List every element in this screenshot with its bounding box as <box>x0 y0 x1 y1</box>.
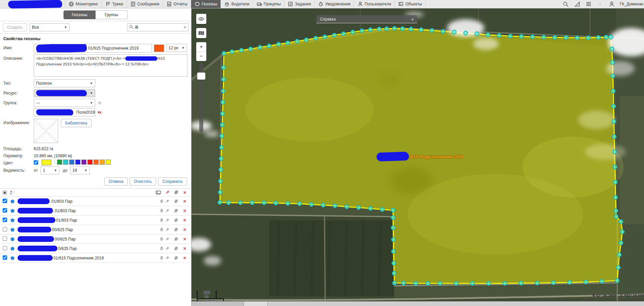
zoom-slider[interactable] <box>199 63 203 132</box>
geofence-row[interactable]: .01/603 Пар0✕ <box>0 197 191 206</box>
palette-color-5[interactable] <box>87 160 93 165</box>
geofence-row[interactable]: 00/625 Пар0✕ <box>0 234 191 244</box>
ruler-icon[interactable] <box>574 1 581 7</box>
library-button[interactable]: Библиотека <box>61 119 92 127</box>
nav-item-units[interactable]: Объекты <box>394 0 426 8</box>
row-checkbox[interactable] <box>3 227 10 232</box>
resource-select[interactable]: ▼ <box>34 89 95 97</box>
copy-icon[interactable] <box>172 237 180 241</box>
filter-select[interactable]: Все ▼ <box>30 23 70 31</box>
search-icon[interactable] <box>562 1 569 7</box>
zoom-in-button[interactable]: + <box>196 42 206 52</box>
delete-icon[interactable]: ✕ <box>180 199 189 204</box>
group2-select[interactable]: Поля2019 ▼ <box>34 108 95 116</box>
delete-icon[interactable]: ✕ <box>180 208 189 213</box>
map[interactable]: Справка » + − /615 Подсолнечник 2019 <box>191 8 644 306</box>
palette-color-2[interactable] <box>69 160 74 165</box>
visibility-from-select[interactable]: 1 ▼ <box>41 166 59 174</box>
delete-icon[interactable]: ✕ <box>180 256 189 260</box>
copy-icon[interactable] <box>172 228 180 232</box>
copy-icon[interactable] <box>172 199 180 203</box>
tab-geofences[interactable]: Геозоны <box>63 10 96 19</box>
row-checkbox[interactable] <box>3 246 10 251</box>
tab-groups[interactable]: Группы <box>96 10 128 19</box>
row-checkbox[interactable] <box>3 237 10 242</box>
nav-item-messages[interactable]: Сообщения <box>127 0 163 8</box>
clear-button[interactable]: Очистить <box>130 177 156 186</box>
edit-icon[interactable] <box>163 228 172 232</box>
zoom-out-button[interactable]: − <box>196 52 206 61</box>
nav-item-tasks[interactable]: Задания <box>284 0 314 8</box>
current-color-swatch[interactable] <box>42 160 51 165</box>
text-size-value: 12 px <box>169 46 178 50</box>
search-input[interactable] <box>135 25 182 30</box>
geofence-row[interactable]: 01/615 Подсолнечник 20190✕ <box>0 253 191 263</box>
copy-icon[interactable] <box>172 256 180 260</box>
help-bar[interactable]: Справка » <box>316 15 417 23</box>
nav-item-users[interactable]: Пользователи <box>354 0 394 8</box>
edit-icon[interactable] <box>163 199 172 203</box>
palette-color-3[interactable] <box>75 160 80 165</box>
edit-icon[interactable] <box>163 209 172 213</box>
delete-icon[interactable]: ✕ <box>180 227 189 232</box>
delete-icon[interactable]: ✕ <box>180 218 189 223</box>
user-icon[interactable] <box>608 1 615 7</box>
row-checkbox[interactable] <box>3 199 10 204</box>
delete-icon[interactable]: ✕ <box>180 246 189 251</box>
add-group-icon[interactable]: + <box>98 100 102 107</box>
group-select[interactable]: --- ▼ <box>34 99 95 107</box>
nav-item-notifications[interactable]: Уведомления <box>314 0 354 8</box>
row-checkbox[interactable] <box>3 218 10 223</box>
nav-item-drivers[interactable]: Водители <box>221 0 253 8</box>
kebab-icon[interactable] <box>597 1 603 7</box>
palette-color-6[interactable] <box>94 160 99 165</box>
apps-icon[interactable] <box>585 1 592 7</box>
geofence-row[interactable]: 01/603 Пар0✕ <box>0 216 191 225</box>
palette-color-1[interactable] <box>63 160 68 165</box>
color-checkbox[interactable] <box>34 160 38 165</box>
bottom-scrollbar[interactable] <box>191 301 644 306</box>
edit-icon[interactable] <box>163 247 172 251</box>
type-select[interactable]: Полигон ▼ <box>34 79 95 87</box>
palette-color-7[interactable] <box>100 160 105 165</box>
row-checkbox[interactable] <box>3 208 10 214</box>
geofence-row[interactable]: 00/625 Пар0✕ <box>0 225 191 234</box>
label-color-swatch[interactable] <box>154 45 164 52</box>
palette-color-8[interactable] <box>106 160 111 165</box>
nav-item-geofences[interactable]: Геозоны <box>191 0 221 8</box>
clear-search-icon[interactable]: ✕ <box>183 25 186 30</box>
sort-az-icon[interactable]: AZ↓ <box>10 190 18 195</box>
map-layers-button[interactable] <box>196 28 206 38</box>
geofence-row[interactable]: .01/603 Пар0✕ <box>0 206 191 216</box>
nav-item-reports[interactable]: Отчеты <box>163 0 191 8</box>
zoom-slider-thumb[interactable] <box>197 73 205 80</box>
edit-icon[interactable] <box>163 256 172 260</box>
nav-item-trailers[interactable]: Прицепы <box>253 0 284 8</box>
image-placeholder[interactable] <box>34 119 58 143</box>
description-field[interactable]: <b>!СОБСТВЕННОЕ НАЗВ.(ТЕКСТ ПОДП.)</b> =… <box>34 54 187 77</box>
nav-item-monitoring[interactable]: Мониторинг <box>65 0 102 8</box>
create-button[interactable]: Создать <box>3 23 27 31</box>
visibility-eye-button[interactable] <box>196 14 206 24</box>
cancel-button[interactable]: Отмена <box>104 177 128 186</box>
remove-group-icon[interactable]: ✕ <box>99 110 102 115</box>
edit-icon[interactable] <box>163 218 172 222</box>
row-name-redacted <box>18 255 53 261</box>
row-checkbox[interactable] <box>3 255 10 261</box>
copy-icon[interactable] <box>172 247 180 251</box>
name-field[interactable]: 01/615 Подсолнечник 2019 <box>34 44 152 53</box>
edit-icon[interactable] <box>163 237 172 241</box>
save-button[interactable]: Сохранить <box>158 177 187 186</box>
row-name-redacted <box>18 217 55 223</box>
copy-icon[interactable] <box>172 209 180 213</box>
nav-item-tracks[interactable]: Треки <box>102 0 127 8</box>
geofence-row[interactable]: 0/625 Пар0✕ <box>0 244 191 253</box>
text-size-select[interactable]: 12 px ▼ <box>166 44 187 52</box>
delete-all-icon[interactable]: ✕ <box>180 190 189 195</box>
delete-icon[interactable]: ✕ <box>180 237 189 242</box>
palette-color-4[interactable] <box>81 160 86 165</box>
copy-icon[interactable] <box>172 218 180 222</box>
visibility-to-select[interactable]: 19 ▼ <box>70 166 90 174</box>
palette-color-0[interactable] <box>57 160 62 165</box>
select-all-checkbox[interactable] <box>3 191 10 195</box>
